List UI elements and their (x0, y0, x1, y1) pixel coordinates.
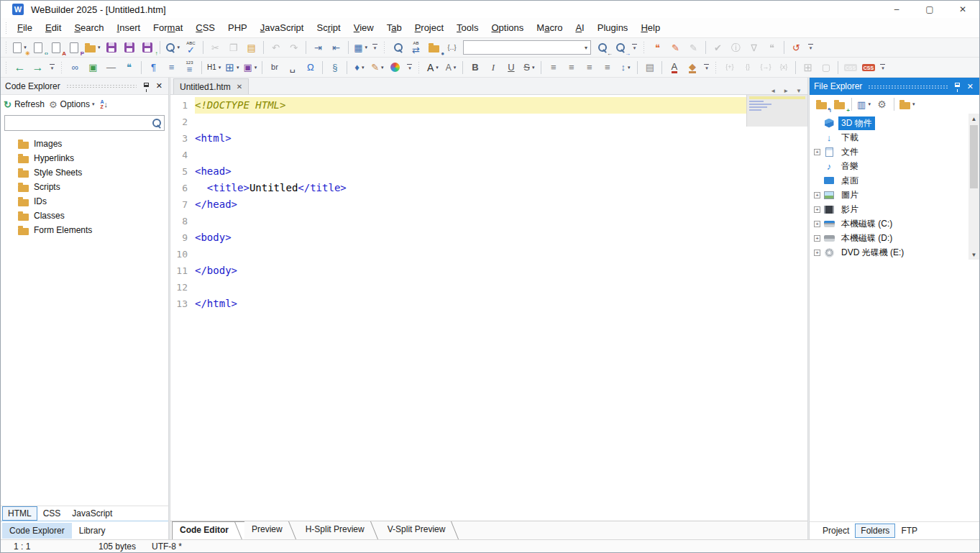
tab-javascript[interactable]: JavaScript (66, 506, 118, 521)
menu-search[interactable]: Search (68, 19, 110, 36)
tab-preview[interactable]: Preview (244, 521, 298, 539)
menu-script[interactable]: Script (310, 19, 347, 36)
menu-tools[interactable]: Tools (450, 19, 485, 36)
search-term-combobox[interactable]: ▾ (463, 40, 591, 55)
menu-javascript[interactable]: JavaScript (254, 19, 311, 36)
file-tree-item[interactable]: +影片 (810, 202, 968, 216)
insert-nbsp-button[interactable]: ␣ (284, 60, 301, 76)
save-upload-button[interactable]: ↑ (139, 40, 156, 55)
expand-icon[interactable]: + (814, 235, 820, 242)
font-color-button[interactable]: A (666, 60, 682, 76)
tree-item-hyperlinks[interactable]: Hyperlinks (1, 151, 168, 165)
toolbar-overflow-button[interactable]: ▾ (48, 60, 56, 76)
tab-code-explorer[interactable]: Code Explorer (2, 523, 72, 539)
format-painter-button[interactable]: ✎▾ (369, 60, 385, 76)
underline-button[interactable]: U (503, 60, 519, 76)
tab-folders[interactable]: Folders (855, 524, 895, 538)
file-tree-item[interactable]: +本機磁碟 (C:) (810, 216, 968, 231)
close-button[interactable]: ✕ (946, 1, 979, 18)
new-folder-button[interactable]: + (831, 96, 848, 112)
tree-item-style-sheets[interactable]: Style Sheets (1, 165, 168, 180)
insert-br-button[interactable]: br (266, 60, 283, 76)
expand-icon[interactable]: + (814, 192, 820, 198)
tab-library[interactable]: Library (72, 523, 113, 539)
bold-button[interactable]: B (467, 60, 483, 76)
refresh-button[interactable]: ↻ Refresh (4, 99, 45, 110)
file-tree-item[interactable]: ♪音樂 (810, 159, 968, 173)
maximize-button[interactable]: ▢ (913, 1, 946, 18)
file-tree-item[interactable]: +本機磁碟 (D:) (810, 231, 968, 245)
find-next-button[interactable]: → (612, 40, 628, 55)
menu-project[interactable]: Project (408, 19, 450, 36)
open-file-button[interactable]: ▾ (83, 40, 102, 55)
scroll-down-icon[interactable]: ▼ (971, 250, 977, 260)
toolbar-overflow-button[interactable]: ▾ (631, 40, 638, 55)
menu-plugins[interactable]: Plugins (591, 19, 635, 36)
bullet-list-button[interactable]: ≡ (163, 60, 180, 76)
paragraph-button[interactable]: ¶ (145, 60, 162, 76)
menu-insert[interactable]: Insert (111, 19, 147, 36)
find-previous-button[interactable]: ← (594, 40, 610, 55)
insert-image-button[interactable]: ▣ (85, 60, 101, 76)
color-picker-button[interactable] (387, 60, 403, 76)
tab-html[interactable]: HTML (2, 506, 37, 521)
menu-edit[interactable]: Edit (39, 19, 68, 36)
panel-layout-button[interactable]: ▦▾ (352, 40, 369, 55)
align-justify-button[interactable]: ≡ (599, 60, 615, 76)
tab-project[interactable]: Project (817, 524, 855, 538)
heading-button[interactable]: H1▾ (206, 60, 222, 76)
line-spacing-button[interactable]: ↕▾ (617, 60, 633, 76)
menu-view[interactable]: View (347, 19, 380, 36)
close-panel-icon[interactable]: ✕ (155, 81, 164, 91)
tab-h-split-preview[interactable]: H-Split Preview (298, 521, 380, 539)
ai-chat-button[interactable]: ❝ (649, 40, 666, 55)
numbered-list-button[interactable]: 123≡ (181, 60, 198, 76)
menu-file[interactable]: File (11, 19, 39, 36)
align-right-button[interactable]: ≡ (581, 60, 597, 76)
file-tree-scrollbar[interactable]: ▲ ▼ (968, 114, 979, 260)
insert-hr-button[interactable]: — (103, 60, 119, 76)
local-history-button[interactable]: ↺ (788, 40, 805, 55)
toolbar-overflow-button[interactable]: ▾ (406, 60, 413, 76)
save-button[interactable] (104, 40, 120, 55)
tree-item-form-elements[interactable]: Form Elements (1, 223, 168, 237)
parent-folder-button[interactable]: ↰ (813, 96, 830, 112)
expand-icon[interactable]: + (814, 221, 820, 227)
fill-color-button[interactable]: ◆ (684, 60, 700, 76)
view-mode-button[interactable]: ▥▾ (856, 96, 872, 112)
expand-icon[interactable]: + (814, 149, 820, 155)
toolbar-overflow-button[interactable]: ▾ (371, 40, 379, 55)
tag-button[interactable]: ♦▾ (351, 60, 367, 76)
file-tree-item[interactable]: +圖片 (810, 188, 968, 202)
settings-button[interactable]: ⚙ (874, 96, 890, 112)
code-editor[interactable]: 1<!DOCTYPE HTML>23<html>45<head>6 <title… (170, 95, 807, 521)
save-all-button[interactable] (122, 40, 138, 55)
menu-help[interactable]: Help (634, 19, 667, 36)
italic-button[interactable]: I (485, 60, 501, 76)
pin-icon[interactable] (955, 83, 960, 87)
scroll-up-icon[interactable]: ▲ (971, 114, 977, 124)
align-left-button[interactable]: ≡ (545, 60, 562, 76)
toolbar-grip[interactable] (5, 61, 8, 74)
toolbar-grip[interactable] (60, 61, 63, 74)
new-html-document-button[interactable]: ‹› (29, 40, 46, 55)
tab-code-editor[interactable]: Code Editor (172, 521, 244, 539)
toolbar-grip[interactable] (715, 61, 718, 74)
navigate-forward-button[interactable]: → (29, 60, 46, 76)
tab-css[interactable]: CSS (37, 506, 67, 521)
script-block-button[interactable]: § (326, 60, 343, 76)
menu-css[interactable]: CSS (189, 19, 221, 36)
tab-ftp[interactable]: FTP (895, 524, 923, 538)
toolbar-grip[interactable] (5, 41, 8, 54)
menu-format[interactable]: Format (147, 19, 189, 36)
new-php-document-button[interactable]: P (65, 40, 82, 55)
insert-form-button[interactable]: ▣▾ (242, 60, 258, 76)
tree-item-scripts[interactable]: Scripts (1, 180, 168, 194)
strikethrough-button[interactable]: S▾ (521, 60, 537, 76)
paragraph-format-button[interactable]: ▤ (641, 60, 658, 76)
minimize-button[interactable]: – (880, 1, 913, 18)
insert-link-button[interactable]: ∞ (67, 60, 83, 76)
script-wizard-button[interactable]: ✎ (667, 40, 684, 55)
scroll-tabs-right-icon[interactable]: ► (783, 88, 789, 94)
close-tab-icon[interactable]: ✕ (237, 83, 242, 91)
